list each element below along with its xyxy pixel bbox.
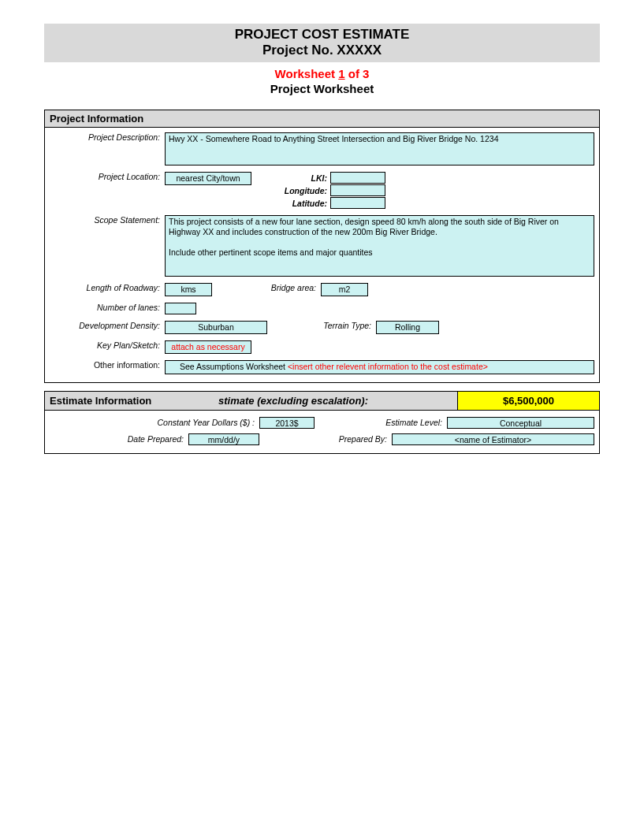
label-scope: Scope Statement: [50,215,160,225]
field-lanes[interactable] [165,303,196,314]
label-terrain: Terrain Type: [308,321,371,330]
field-date-prepared[interactable]: mm/dd/y [188,433,259,445]
field-latitude[interactable] [330,197,385,209]
field-terrain[interactable]: Rolling [376,321,439,334]
label-prepared-by: Prepared By: [308,434,387,444]
field-lki[interactable] [330,172,385,184]
estimate-section-title: Estimate Information [45,395,218,407]
label-other: Other information: [50,360,160,370]
estimate-header-mid: stimate (excluding escalation): [218,395,457,407]
estimate-info-panel: Estimate Information stimate (excluding … [44,391,600,454]
label-description: Project Description: [50,132,160,142]
field-bridge-area[interactable]: m2 [321,283,368,296]
label-latitude: Latitude: [280,199,327,208]
project-info-header: Project Information [45,110,599,128]
project-info-panel: Project Information Project Description:… [44,110,600,383]
field-constant-dollars[interactable]: 2013$ [259,417,315,429]
label-bridge-area: Bridge area: [253,283,316,292]
page-subtitle: Project Worksheet [44,82,600,95]
field-location[interactable]: nearest City/town [165,172,251,185]
label-keyplan: Key Plan/Sketch: [50,340,160,350]
field-description[interactable]: Hwy XX - Somewhere Road to Anything Stre… [165,132,594,165]
title-band: PROJECT COST ESTIMATE Project No. XXXXX [44,24,600,62]
coord-grid: LKI: Longitude: Latitude: [280,172,385,209]
label-lanes: Number of lanes: [50,303,160,312]
worksheet-line: Worksheet 1 of 3 [44,67,600,80]
label-length: Length of Roadway: [50,283,160,292]
field-scope[interactable]: This project consists of a new four lane… [165,215,594,277]
field-length[interactable]: kms [165,283,212,296]
label-lki: LKI: [280,173,327,183]
field-keyplan[interactable]: attach as necessary [165,340,251,354]
field-other[interactable]: See Assumptions Worksheet <insert other … [165,360,594,374]
field-estimate-level[interactable]: Conceptual [447,417,594,429]
estimate-amount: $6,500,000 [457,392,599,410]
label-estimate-level: Estimate Level: [363,418,442,427]
estimate-header: Estimate Information stimate (excluding … [45,392,599,411]
title-line1: PROJECT COST ESTIMATE [44,27,600,43]
field-density[interactable]: Suburban [165,321,267,334]
label-longitude: Longitude: [280,186,327,195]
label-location: Project Location: [50,172,160,181]
label-constant-dollars: Constant Year Dollars ($) : [50,418,255,427]
label-density: Development Density: [50,321,160,330]
field-longitude[interactable] [330,184,385,196]
field-prepared-by[interactable]: <name of Estimator> [392,433,594,445]
label-date-prepared: Date Prepared: [50,434,184,444]
title-line2: Project No. XXXXX [44,43,600,58]
